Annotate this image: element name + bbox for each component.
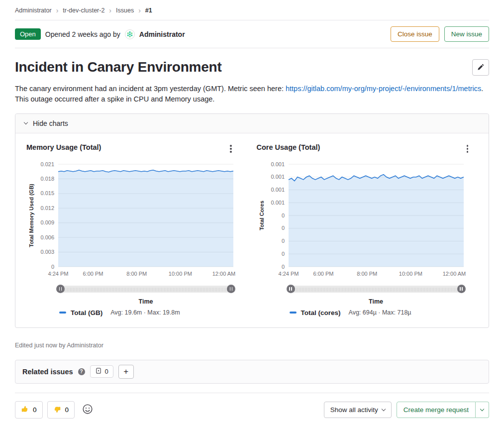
scrubber-minimap <box>64 288 227 292</box>
create-merge-request-split-button: Create merge request <box>397 402 489 418</box>
edited-note: Edited just now by Administrator <box>15 342 489 349</box>
avatar[interactable] <box>125 29 135 39</box>
new-issue-button[interactable]: New issue <box>444 26 489 42</box>
svg-text:0.015: 0.015 <box>40 190 54 196</box>
breadcrumb-item-administrator[interactable]: Administrator <box>15 7 52 14</box>
svg-text:0.021: 0.021 <box>40 161 54 167</box>
chart-zoom-scrubber[interactable] <box>289 285 464 294</box>
edit-title-button[interactable] <box>472 59 489 76</box>
create-merge-request-button[interactable]: Create merge request <box>397 402 476 418</box>
svg-text:0: 0 <box>281 238 284 244</box>
svg-text:0.012: 0.012 <box>40 205 54 211</box>
legend-series-name: Total (GB) <box>71 309 102 317</box>
svg-text:8:00 PM: 8:00 PM <box>126 271 147 277</box>
issue-actions: Close issue New issue <box>391 26 489 42</box>
chart-zoom-scrubber[interactable] <box>58 285 233 294</box>
svg-text:0: 0 <box>281 263 284 269</box>
activity-filter-label: Show all activity <box>330 406 378 414</box>
memory-usage-plot: 0.0210.0180.0150.0120.0090.0060.00304:24… <box>26 161 245 280</box>
add-related-issue-button[interactable]: + <box>118 365 134 379</box>
scrubber-minimap <box>295 288 458 292</box>
breadcrumb: Administrator › tr-dev-cluster-2 › Issue… <box>15 0 489 20</box>
related-issues-title: Related issues <box>22 368 73 376</box>
kebab-menu-icon[interactable] <box>228 143 233 154</box>
svg-text:0.001: 0.001 <box>271 199 285 205</box>
chevron-down-icon <box>24 120 28 124</box>
x-axis-label: Time <box>289 298 464 305</box>
related-issues-card: Related issues ? 0 + <box>15 360 489 384</box>
footer-actions: Show all activity Create merge request <box>324 402 489 418</box>
chevron-right-icon: › <box>138 7 141 14</box>
svg-text:0.001: 0.001 <box>271 161 285 167</box>
x-axis-label: Time <box>58 298 233 305</box>
svg-text:0.018: 0.018 <box>40 175 54 181</box>
related-issues-header: Related issues ? 0 + <box>15 360 489 383</box>
issue-link-icon <box>95 367 102 376</box>
page-title: Incident in Canary Environment <box>15 59 222 75</box>
svg-text:10:00 PM: 10:00 PM <box>169 271 192 277</box>
svg-text:4:24 PM: 4:24 PM <box>48 271 69 277</box>
thumbs-up-count: 0 <box>33 406 37 414</box>
svg-text:12:00 AM: 12:00 AM <box>212 271 235 277</box>
svg-text:0.001: 0.001 <box>271 174 285 180</box>
scrubber-track[interactable] <box>58 286 233 293</box>
breadcrumb-item-project[interactable]: tr-dev-cluster-2 <box>63 7 104 14</box>
thumbs-down-icon <box>53 406 61 414</box>
title-row: Incident in Canary Environment <box>15 59 489 76</box>
svg-text:6:00 PM: 6:00 PM <box>313 271 333 277</box>
status-badge: Open <box>15 28 41 40</box>
activity-filter-dropdown[interactable]: Show all activity <box>324 402 392 418</box>
issue-status-bar: Open Opened 2 weeks ago by Administrator… <box>15 20 489 48</box>
scrubber-handle-right[interactable] <box>457 285 466 293</box>
legend-stats: Avg: 694µ · Max: 718µ <box>349 309 411 316</box>
scrubber-handle-right[interactable] <box>227 285 235 293</box>
chart-legend: Total (GB) Avg: 19.6m · Max: 19.8m <box>59 309 252 317</box>
chart-title: Core Usage (Total) <box>257 143 320 151</box>
issue-description: The canary environment had an incident a… <box>15 84 489 105</box>
kebab-menu-icon[interactable] <box>465 143 470 154</box>
chevron-down-icon <box>480 407 484 411</box>
thumbs-up-button[interactable]: 0 <box>15 401 43 419</box>
svg-text:12:00 AM: 12:00 AM <box>442 271 465 277</box>
charts-body: Memory Usage (Total) 0.0210.0180.0150.01… <box>15 133 489 327</box>
breadcrumb-item-current-issue: #1 <box>145 7 152 14</box>
legend-series-name: Total (cores) <box>301 309 341 317</box>
issue-footer: 0 0 Show all activi <box>15 393 489 419</box>
svg-text:4:24 PM: 4:24 PM <box>278 271 299 277</box>
chevron-right-icon: › <box>109 7 111 14</box>
svg-text:0: 0 <box>51 263 54 269</box>
svg-text:8:00 PM: 8:00 PM <box>357 271 377 277</box>
author-name[interactable]: Administrator <box>139 30 185 38</box>
thumbs-down-count: 0 <box>65 406 69 414</box>
avatar-image <box>125 29 135 39</box>
core-usage-chart: Core Usage (Total) 0.0010.0010.0010.0010… <box>252 143 489 317</box>
create-merge-request-dropdown[interactable] <box>476 402 489 418</box>
scrubber-track[interactable] <box>289 286 464 293</box>
add-reaction-button[interactable] <box>79 401 96 418</box>
help-icon[interactable]: ? <box>78 368 85 375</box>
related-issues-count: 0 <box>105 368 108 375</box>
svg-text:0: 0 <box>281 212 284 218</box>
svg-text:6:00 PM: 6:00 PM <box>83 271 103 277</box>
chart-legend: Total (cores) Avg: 694µ · Max: 718µ <box>290 309 489 317</box>
scrubber-handle-left[interactable] <box>287 285 295 293</box>
chevron-down-icon <box>381 407 385 411</box>
svg-text:0.003: 0.003 <box>40 249 54 255</box>
svg-text:0.001: 0.001 <box>271 187 285 193</box>
legend-swatch <box>59 312 66 314</box>
breadcrumb-item-issues[interactable]: Issues <box>116 7 134 14</box>
smiley-icon <box>82 404 93 416</box>
hide-charts-label: Hide charts <box>33 119 68 127</box>
close-issue-button[interactable]: Close issue <box>391 26 439 42</box>
svg-text:Total Cores: Total Cores <box>259 201 265 230</box>
svg-text:10:00 PM: 10:00 PM <box>399 271 422 277</box>
metrics-charts-panel: Hide charts Memory Usage (Total) 0.0210.… <box>15 113 489 328</box>
legend-swatch <box>290 312 297 314</box>
thumbs-down-button[interactable]: 0 <box>47 401 75 419</box>
hide-charts-toggle[interactable]: Hide charts <box>15 114 489 133</box>
metrics-link[interactable]: https://gitlab.com/my-org/my-project/-/e… <box>286 85 481 93</box>
scrubber-handle-left[interactable] <box>56 285 65 293</box>
related-issues-count-badge: 0 <box>90 365 113 378</box>
thumbs-up-icon <box>21 405 29 415</box>
pencil-icon <box>477 63 485 72</box>
